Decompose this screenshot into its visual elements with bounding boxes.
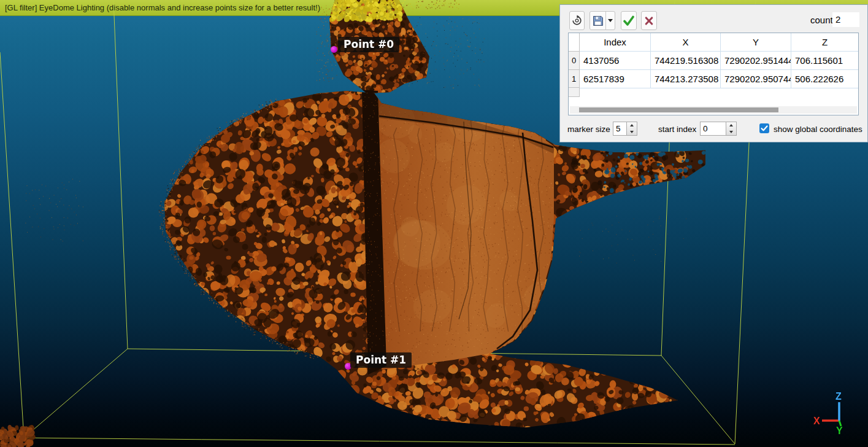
table-row[interactable]: 0 4137056 744219.516308 7290202.951444 7… bbox=[569, 52, 858, 70]
start-index-spinbox[interactable]: 0 bbox=[700, 122, 737, 136]
save-icon bbox=[590, 12, 605, 29]
z-axis-label: Z bbox=[835, 392, 842, 402]
cell-z[interactable]: 706.115601 bbox=[791, 52, 858, 70]
spin-arrows[interactable] bbox=[726, 122, 736, 135]
cloudcompare-viewport: [GL filter] EyeDome Lighting (disable no… bbox=[0, 0, 868, 447]
cell-y[interactable]: 7290202.950744 bbox=[721, 70, 791, 88]
revert-button[interactable] bbox=[569, 11, 585, 30]
marker-size-value[interactable]: 5 bbox=[613, 122, 626, 135]
spin-down-icon[interactable] bbox=[726, 129, 736, 136]
table-horizontal-scrollbar[interactable] bbox=[570, 106, 857, 114]
spin-arrows[interactable] bbox=[626, 122, 637, 135]
dropdown-arrow-icon bbox=[608, 19, 613, 22]
point-0-marker[interactable] bbox=[331, 46, 337, 53]
show-global-coordinates-checkbox[interactable] bbox=[759, 123, 769, 133]
revert-icon bbox=[571, 15, 583, 26]
col-header-y[interactable]: Y bbox=[721, 33, 791, 52]
marker-size-spinbox[interactable]: 5 bbox=[613, 122, 637, 136]
point-1-label[interactable]: Point #1 bbox=[350, 352, 412, 368]
count-label: count bbox=[810, 15, 833, 25]
cell-z[interactable]: 506.222626 bbox=[791, 70, 858, 88]
picked-points-table[interactable]: Index X Y Z 0 4137056 744219.516308 7290… bbox=[568, 33, 859, 115]
start-index-label: start index bbox=[658, 125, 696, 134]
spin-up-icon[interactable] bbox=[627, 122, 637, 129]
spin-down-icon[interactable] bbox=[627, 129, 637, 136]
empty-row-header bbox=[569, 88, 580, 97]
point-0-label[interactable]: Point #0 bbox=[338, 37, 399, 52]
y-axis-label: Y bbox=[836, 426, 843, 436]
cell-index[interactable]: 62517839 bbox=[580, 70, 651, 88]
count-value: 2 bbox=[832, 12, 859, 27]
save-dropdown[interactable] bbox=[605, 12, 615, 29]
cancel-button[interactable] bbox=[641, 11, 657, 30]
row-number[interactable]: 0 bbox=[569, 52, 580, 70]
cell-x[interactable]: 744213.273508 bbox=[651, 70, 721, 88]
show-global-coordinates-label[interactable]: show global coordinates bbox=[774, 125, 862, 134]
col-header-x[interactable]: X bbox=[651, 33, 721, 52]
point-list-panel: count 2 Index X Y Z 0 4137056 744219.516… bbox=[559, 4, 868, 142]
save-button[interactable] bbox=[590, 11, 615, 30]
start-index-value[interactable]: 0 bbox=[701, 122, 726, 135]
table-header-row: Index X Y Z bbox=[569, 33, 858, 52]
marker-size-label: marker size bbox=[567, 125, 610, 134]
col-header-z[interactable]: Z bbox=[791, 33, 858, 52]
confirm-icon bbox=[623, 15, 635, 26]
cancel-icon bbox=[644, 16, 654, 26]
scrollbar-thumb[interactable] bbox=[579, 107, 778, 112]
table-row[interactable]: 1 62517839 744213.273508 7290202.950744 … bbox=[569, 70, 858, 88]
confirm-button[interactable] bbox=[621, 11, 637, 30]
col-header-index[interactable]: Index bbox=[580, 33, 651, 52]
cell-index[interactable]: 4137056 bbox=[580, 52, 651, 70]
spin-up-icon[interactable] bbox=[726, 122, 736, 129]
axis-gizmo: X Z Y bbox=[811, 392, 862, 437]
cell-x[interactable]: 744219.516308 bbox=[651, 52, 721, 70]
check-icon bbox=[759, 123, 769, 133]
cell-y[interactable]: 7290202.951444 bbox=[721, 52, 791, 70]
row-number[interactable]: 1 bbox=[569, 70, 580, 88]
x-axis-label: X bbox=[813, 416, 820, 426]
